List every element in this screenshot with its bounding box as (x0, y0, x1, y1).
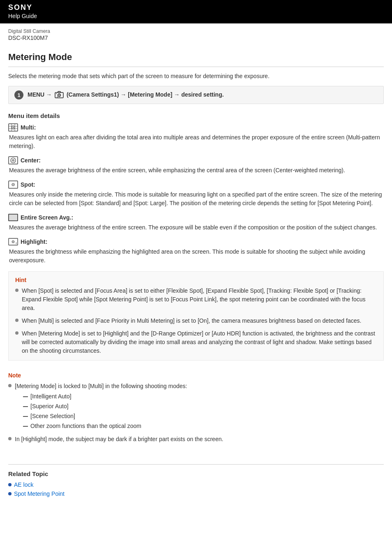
spot-label: Spot: (21, 181, 35, 188)
hint-item-2: When [Multi] is selected and [Face Prior… (15, 317, 377, 325)
link-bullet-2 (8, 492, 12, 495)
center-metering-icon (8, 156, 18, 164)
note-item-2: In [Highlight] mode, the subject may be … (8, 435, 384, 444)
svg-point-18 (13, 184, 14, 185)
step-text: MENU → 1 (Camera Settings1) → [Metering … (28, 91, 224, 99)
dash-bullet-1 (23, 396, 28, 397)
menu-details-heading: Menu item details (8, 112, 384, 119)
camera-settings-icon: 1 (55, 91, 64, 99)
hint-item-3: When [Metering Mode] is set to [Highligh… (15, 329, 377, 355)
highlight-metering-icon: i (8, 238, 18, 246)
highlight-label: Highlight: (21, 238, 47, 245)
step-instruction: 1 MENU → 1 (Camera Settings1) → [Meterin… (8, 86, 384, 104)
note-sub-item-1: [Intelligent Auto] (23, 392, 187, 401)
breadcrumb: Digital Still Camera DSC-RX100M7 (0, 23, 392, 41)
page-title: Metering Mode (8, 45, 384, 67)
note-title: Note (8, 372, 384, 379)
svg-point-2 (59, 95, 60, 96)
hint-text-1: When [Spot] is selected and [Focus Area]… (22, 287, 377, 312)
intro-text: Selects the metering mode that sets whic… (8, 73, 384, 79)
menu-item-spot-title: Spot: (8, 180, 384, 189)
note-main-text: [Metering Mode] is locked to [Multi] in … (15, 383, 187, 389)
sub-item-text-4: Other zoom functions than the optical zo… (30, 422, 141, 430)
note-sub-item-4: Other zoom functions than the optical zo… (23, 422, 187, 430)
menu-details-section: Menu item details Multi: Measu (8, 112, 384, 265)
menu-item-center: Center: Measures the average brightness … (8, 156, 384, 175)
svg-point-23 (13, 241, 14, 242)
hint-title: Hint (15, 277, 377, 283)
svg-text:i: i (16, 242, 16, 245)
dash-bullet-4 (23, 426, 28, 427)
related-topic-section: Related Topic AE lock Spot Metering Poin… (8, 464, 384, 497)
svg-rect-0 (55, 92, 63, 98)
main-content: Metering Mode Selects the metering mode … (0, 41, 392, 508)
device-type: Digital Still Camera (8, 28, 384, 34)
multi-metering-icon (8, 123, 18, 132)
menu-item-highlight-title: i Highlight: (8, 238, 384, 246)
device-model: DSC-RX100M7 (8, 35, 384, 41)
menu-item-multi: Multi: Measures light on each area after… (8, 123, 384, 150)
link-bullet-1 (8, 483, 12, 486)
svg-point-1 (58, 94, 61, 97)
dash-bullet-2 (23, 406, 28, 407)
note-sub-item-2: [Superior Auto] (23, 402, 187, 411)
note-item-1-content: [Metering Mode] is locked to [Multi] in … (15, 382, 187, 432)
menu-item-spot: Spot: Measures only inside the metering … (8, 180, 384, 208)
sony-logo: SONY (8, 3, 384, 12)
help-guide-label: Help Guide (8, 13, 384, 19)
center-desc: Measures the average brightness of the e… (9, 166, 384, 175)
svg-text:1: 1 (57, 96, 58, 98)
hint-text-3: When [Metering Mode] is set to [Highligh… (22, 329, 377, 355)
note-sub-list: [Intelligent Auto] [Superior Auto] [Scen… (23, 392, 187, 430)
step-menu-text: MENU → (28, 91, 53, 98)
spot-metering-icon (8, 180, 18, 189)
hint-text-2: When [Multi] is selected and [Face Prior… (22, 317, 361, 325)
svg-rect-19 (9, 214, 18, 221)
entire-screen-desc: Measures the average brightness of the e… (9, 223, 384, 232)
spot-desc: Measures only inside the metering circle… (9, 190, 384, 208)
entire-screen-metering-icon (8, 213, 18, 222)
hint-bullet-1 (15, 289, 18, 292)
menu-item-multi-title: Multi: (8, 123, 384, 132)
related-topic-heading: Related Topic (8, 470, 384, 477)
svg-point-7 (13, 127, 14, 128)
note-sub-item-3: [Scene Selection] (23, 412, 187, 421)
multi-desc: Measures light on each area after dividi… (9, 133, 384, 150)
menu-item-entire-screen-title: Entire Screen Avg.: (8, 213, 384, 222)
related-link-ae-lock[interactable]: AE lock (8, 481, 384, 488)
menu-item-highlight: i Highlight: Measures the brightness whi… (8, 238, 384, 265)
sub-item-text-3: [Scene Selection] (30, 412, 75, 421)
related-link-spot-metering[interactable]: Spot Metering Point (8, 490, 384, 497)
menu-item-center-title: Center: (8, 156, 384, 164)
sub-item-text-1: [Intelligent Auto] (30, 392, 71, 401)
svg-point-15 (13, 160, 14, 161)
page-header: SONY Help Guide (0, 0, 392, 23)
hint-section: Hint When [Spot] is selected and [Focus … (8, 271, 384, 361)
sub-item-text-2: [Superior Auto] (30, 402, 69, 411)
step-number: 1 (14, 90, 23, 99)
step-camera-label: (Camera Settings1) → [Metering Mode] → d… (67, 91, 224, 98)
note-bullet-2 (8, 437, 12, 440)
note-extra-text: In [Highlight] mode, the subject may be … (15, 435, 223, 444)
hint-bullet-2 (15, 319, 18, 322)
multi-label: Multi: (21, 124, 36, 131)
note-section: Note [Metering Mode] is locked to [Multi… (8, 367, 384, 452)
spot-metering-point-link[interactable]: Spot Metering Point (14, 490, 65, 497)
note-item-1: [Metering Mode] is locked to [Multi] in … (8, 382, 384, 432)
svg-rect-3 (56, 93, 57, 94)
hint-item-1: When [Spot] is selected and [Focus Area]… (15, 287, 377, 312)
menu-item-entire-screen: Entire Screen Avg.: Measures the average… (8, 213, 384, 232)
hint-bullet-3 (15, 331, 18, 335)
center-label: Center: (21, 157, 41, 164)
note-bullet-1 (8, 384, 12, 387)
highlight-desc: Measures the brightness while emphasizin… (9, 247, 384, 265)
ae-lock-link[interactable]: AE lock (14, 481, 33, 488)
dash-bullet-3 (23, 416, 28, 417)
entire-screen-label: Entire Screen Avg.: (21, 214, 73, 221)
